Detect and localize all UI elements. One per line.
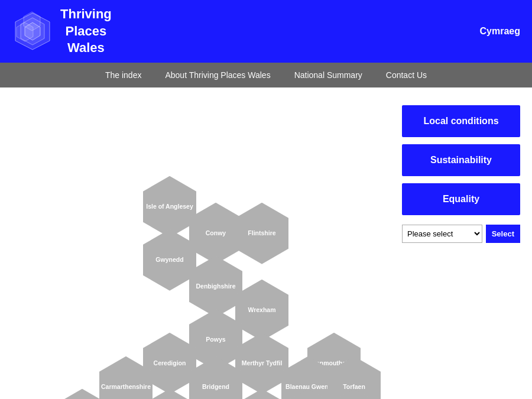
- hex-conwy[interactable]: Conwy: [189, 203, 242, 264]
- hex-isle-of-anglesey[interactable]: Isle of Anglesey: [143, 176, 196, 238]
- hex-wrexham[interactable]: Wrexham: [235, 280, 288, 341]
- nav-about[interactable]: About Thriving Places Wales: [165, 70, 270, 80]
- area-select[interactable]: Please select: [402, 225, 482, 243]
- select-row: Please select Select: [402, 225, 520, 243]
- right-panel: Local conditions Sustainability Equality…: [402, 99, 520, 399]
- nav-bar: The index About Thriving Places Wales Na…: [0, 63, 532, 87]
- main-content: Isle of AngleseyConwyGwyneddFlintshireDe…: [0, 87, 532, 399]
- hex-grid: Isle of AngleseyConwyGwyneddFlintshireDe…: [12, 99, 378, 399]
- nav-national-summary[interactable]: National Summary: [294, 70, 362, 80]
- hex-rhondda-cynon-taf[interactable]: Rhondda Cynon Taf: [235, 389, 288, 399]
- hex-denbighshire[interactable]: Denbighshire: [189, 256, 242, 317]
- hex-gwynedd[interactable]: Gwynedd: [143, 229, 196, 291]
- nav-the-index[interactable]: The index: [105, 70, 141, 80]
- header: Thriving Places Wales Cymraeg: [0, 0, 532, 63]
- cymraeg-link[interactable]: Cymraeg: [480, 26, 520, 37]
- hex-bridgend[interactable]: Bridgend: [189, 356, 242, 399]
- nav-contact-us[interactable]: Contact Us: [386, 70, 427, 80]
- site-title: Thriving Places Wales: [60, 6, 112, 57]
- hex-flintshire[interactable]: Flintshire: [235, 203, 288, 264]
- select-button[interactable]: Select: [486, 225, 520, 243]
- hex-map: Isle of AngleseyConwyGwyneddFlintshireDe…: [12, 99, 390, 399]
- logo-icon: [12, 11, 53, 52]
- local-conditions-button[interactable]: Local conditions: [402, 105, 520, 137]
- hex-merthyr-tydfil[interactable]: Merthyr Tydfil: [235, 333, 288, 394]
- equality-button[interactable]: Equality: [402, 183, 520, 215]
- sustainability-button[interactable]: Sustainability: [402, 144, 520, 176]
- header-left: Thriving Places Wales: [12, 6, 112, 57]
